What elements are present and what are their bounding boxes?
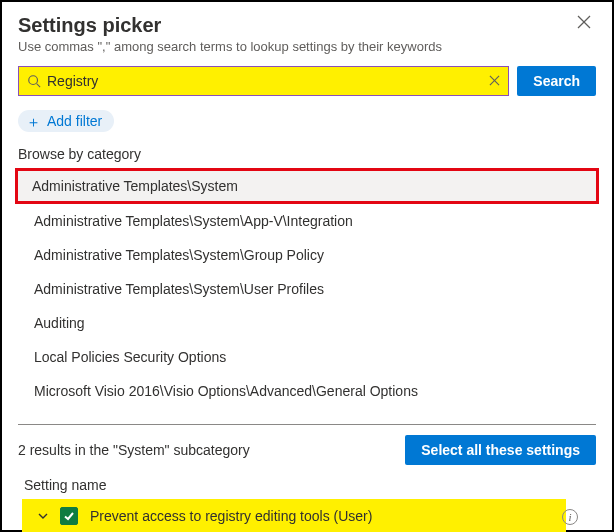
close-button[interactable] (576, 14, 596, 34)
check-icon (63, 510, 75, 522)
divider (18, 424, 596, 425)
close-icon (576, 14, 592, 30)
setting-row[interactable]: Prevent access to registry editing tools… (22, 501, 566, 531)
search-button[interactable]: Search (517, 66, 596, 96)
category-list: Administrative Templates\System Administ… (18, 168, 596, 408)
x-icon (489, 75, 500, 86)
category-item[interactable]: Administrative Templates\System (15, 168, 599, 204)
settings-list: Prevent access to registry editing tools… (22, 499, 566, 532)
category-item[interactable]: Microsoft Visio 2016\Visio Options\Advan… (18, 374, 596, 408)
category-item[interactable]: Auditing (18, 306, 596, 340)
setting-checkbox[interactable] (60, 507, 78, 525)
info-button[interactable]: i (562, 509, 578, 525)
results-summary: 2 results in the "System" subcategory (18, 442, 405, 458)
add-filter-label: Add filter (47, 113, 102, 129)
plus-icon: ＋ (26, 114, 41, 129)
expand-toggle[interactable] (36, 508, 50, 524)
settings-picker-panel: Settings picker Use commas "," among sea… (0, 0, 614, 532)
category-item[interactable]: Local Policies Security Options (18, 340, 596, 374)
page-subtitle: Use commas "," among search terms to loo… (18, 39, 596, 54)
setting-label: Prevent access to registry editing tools… (90, 508, 372, 524)
svg-line-3 (37, 84, 41, 88)
chevron-down-icon (38, 511, 48, 521)
search-field-wrapper[interactable] (18, 66, 509, 96)
search-icon (27, 74, 41, 88)
browse-by-category-label: Browse by category (18, 146, 596, 162)
svg-point-2 (29, 76, 38, 85)
category-item[interactable]: Administrative Templates\System\App-V\In… (18, 204, 596, 238)
search-input[interactable] (41, 73, 487, 89)
add-filter-button[interactable]: ＋ Add filter (18, 110, 114, 132)
category-item[interactable]: Administrative Templates\System\User Pro… (18, 272, 596, 306)
select-all-button[interactable]: Select all these settings (405, 435, 596, 465)
category-item[interactable]: Administrative Templates\System\Group Po… (18, 238, 596, 272)
column-header-setting-name: Setting name (24, 477, 596, 493)
page-title: Settings picker (18, 14, 576, 37)
clear-search-button[interactable] (487, 73, 502, 89)
